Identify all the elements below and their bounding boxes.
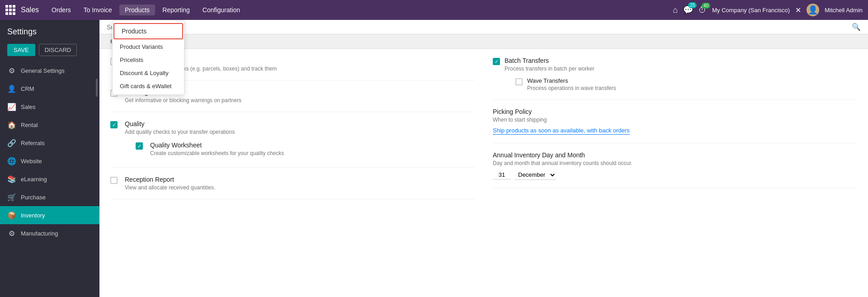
reception-checkbox-col [110, 176, 125, 184]
avatar[interactable]: 👤 [807, 4, 819, 16]
purchase-icon: 🛒 [7, 193, 16, 202]
topnav-right: ⌂ 💬 25 ⏱ 40 My Company (San Francisco) ✕… [673, 4, 863, 16]
general-icon: ⚙ [7, 66, 16, 75]
sidebar-item-referrals[interactable]: 🔗 Referrals [0, 134, 99, 152]
save-button[interactable]: SAVE [7, 44, 35, 56]
sidebar-item-purchase[interactable]: 🛒 Purchase [0, 188, 99, 206]
sidebar-item-label-inventory: Inventory [21, 212, 45, 219]
quality-body: Quality Add quality checks to your trans… [125, 120, 475, 159]
nav-orders[interactable]: Orders [46, 5, 76, 15]
annual-inventory-desc: Day and month that annual inventory coun… [493, 160, 857, 166]
home-icon-button[interactable]: ⌂ [673, 5, 678, 15]
sidebar-item-sales[interactable]: 📈 Sales [0, 98, 99, 116]
picking-policy-select[interactable]: Ship products as soon as available, with… [493, 127, 630, 135]
scroll-indicator [96, 79, 98, 97]
sidebar-item-rental[interactable]: 🏠 Rental [0, 116, 99, 134]
elearning-icon: 📚 [7, 174, 16, 184]
nav-products[interactable]: Products [119, 5, 155, 15]
main-content: 🔍 C Packages ? [99, 20, 868, 297]
chat-button[interactable]: 💬 25 [683, 5, 693, 15]
website-icon: 🌐 [7, 156, 16, 165]
app-name[interactable]: Sales [21, 6, 39, 14]
rental-icon: 🏠 [7, 120, 16, 129]
wave-body: Wave Transfers Process operations in wav… [527, 77, 616, 91]
menu-product-variants[interactable]: Product Variants [113, 40, 184, 53]
chat-badge: 25 [688, 2, 697, 8]
admin-name[interactable]: Mitchell Admin [825, 7, 863, 14]
sidebar-item-label-elearning: eLearning [21, 176, 47, 183]
menu-pricelists[interactable]: Pricelists [113, 53, 184, 66]
sidebar-item-manufacturing[interactable]: ⚙ Manufacturing [0, 224, 99, 242]
wave-transfers-desc: Process operations in wave transfers [527, 85, 616, 91]
quality-checkbox[interactable] [110, 121, 118, 128]
sidebar-item-label-crm: CRM [21, 85, 34, 92]
reception-desc: View and allocate received quantities. [125, 184, 475, 191]
sidebar-item-general[interactable]: ⚙ General Settings [0, 61, 99, 80]
quality-worksheet-setting: Quality Worksheet Create customizable wo… [136, 139, 475, 159]
inventory-icon: 📦 [7, 211, 16, 220]
section-header: C [99, 34, 868, 49]
menu-gift-cards[interactable]: Gift cards & eWallet [113, 80, 184, 93]
sidebar-item-elearning[interactable]: 📚 eLearning [0, 170, 99, 188]
sidebar-item-label-general: General Settings [21, 67, 65, 74]
quality-desc: Add quality checks to your transfer oper… [125, 129, 475, 135]
discard-button[interactable]: DISCARD [39, 44, 77, 56]
quality-setting: Quality Add quality checks to your trans… [110, 112, 475, 168]
manufacturing-icon: ⚙ [7, 229, 16, 238]
search-icon[interactable]: 🔍 [852, 23, 861, 31]
quality-worksheet-checkbox-col [136, 141, 150, 150]
wave-transfers-sub: Wave Transfers Process operations in wav… [505, 75, 616, 91]
nav-configuration[interactable]: Configuration [197, 5, 245, 15]
nav-reporting[interactable]: Reporting [157, 5, 195, 15]
wave-transfers-checkbox[interactable] [515, 78, 523, 85]
sidebar-item-label-sales: Sales [21, 104, 36, 110]
right-column: Batch Transfers Process transfers in bat… [493, 49, 857, 199]
quality-checkbox-col [110, 120, 125, 128]
company-name[interactable]: My Company (San Francisco) [712, 7, 790, 14]
quality-title: Quality [125, 120, 475, 127]
annual-inventory-title: Annual Inventory Day and Month [493, 151, 857, 159]
warnings-desc: Get informative or blocking warnings on … [125, 97, 475, 104]
wave-transfers-title: Wave Transfers [527, 77, 616, 84]
sidebar-item-label-referrals: Referrals [21, 140, 45, 146]
app-logo[interactable] [5, 5, 15, 15]
grid-icon [5, 5, 15, 15]
sidebar-item-label-manufacturing: Manufacturing [21, 230, 58, 237]
sidebar-item-crm[interactable]: 👤 CRM [0, 80, 99, 98]
picking-policy-setting: Picking Policy When to start shipping Sh… [493, 100, 857, 143]
quality-worksheet-checkbox[interactable] [136, 142, 143, 150]
tools-icon[interactable]: ✕ [795, 6, 801, 14]
quality-worksheet-title: Quality Worksheet [150, 141, 475, 149]
settings-title: Settings [0, 20, 99, 44]
quality-sub: Quality Worksheet Create customizable wo… [125, 135, 475, 159]
reception-body: Reception Report View and allocate recei… [125, 176, 475, 191]
referrals-icon: 🔗 [7, 138, 16, 147]
annual-inventory-setting: Annual Inventory Day and Month Day and m… [493, 143, 857, 189]
quality-worksheet-desc: Create customizable worksheets for your … [150, 150, 475, 156]
dropdown-header[interactable]: Products [113, 23, 183, 39]
picking-policy-desc: When to start shipping [493, 117, 857, 123]
sidebar-item-label-website: Website [21, 158, 42, 165]
sidebar-item-website[interactable]: 🌐 Website [0, 152, 99, 170]
crm-icon: 👤 [7, 84, 16, 93]
home-icon: ⌂ [673, 5, 678, 14]
annual-month-select[interactable]: December January February March April Ma… [514, 170, 556, 180]
picking-policy-title: Picking Policy [493, 108, 857, 115]
products-dropdown: Products Product Variants Pricelists Dis… [112, 20, 184, 95]
annual-inventory-row: December January February March April Ma… [493, 170, 857, 180]
clock-button[interactable]: ⏱ 40 [698, 5, 707, 15]
search-input[interactable] [107, 24, 848, 31]
annual-day-input[interactable] [493, 170, 511, 179]
reception-checkbox[interactable] [110, 177, 118, 184]
batch-transfers-body: Batch Transfers Process transfers in bat… [505, 57, 616, 91]
dropdown-menu: Products Product Variants Pricelists Dis… [112, 20, 184, 95]
sales-icon: 📈 [7, 102, 16, 111]
batch-transfers-title: Batch Transfers [505, 57, 616, 64]
menu-discount-loyalty[interactable]: Discount & Loyalty [113, 66, 184, 80]
quality-worksheet-body: Quality Worksheet Create customizable wo… [150, 141, 475, 156]
sidebar-item-inventory[interactable]: 📦 Inventory [0, 206, 99, 224]
search-bar: 🔍 [99, 20, 868, 34]
batch-transfers-checkbox[interactable] [493, 58, 500, 65]
sidebar-item-label-rental: Rental [21, 122, 38, 128]
nav-to-invoice[interactable]: To Invoice [78, 5, 118, 15]
